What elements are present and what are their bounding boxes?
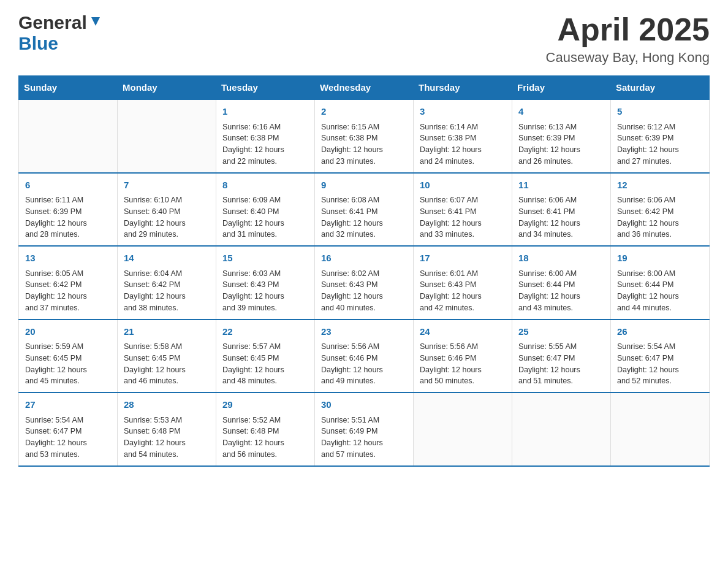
day-info: Sunrise: 6:02 AM Sunset: 6:43 PM Dayligh…: [321, 268, 407, 314]
calendar-cell: 4Sunrise: 6:13 AM Sunset: 6:39 PM Daylig…: [512, 99, 611, 173]
calendar-week-row-2: 6Sunrise: 6:11 AM Sunset: 6:39 PM Daylig…: [19, 173, 710, 247]
calendar-cell: 17Sunrise: 6:01 AM Sunset: 6:43 PM Dayli…: [414, 246, 512, 320]
day-info: Sunrise: 5:57 AM Sunset: 6:45 PM Dayligh…: [222, 341, 308, 387]
header-tuesday: Tuesday: [216, 76, 315, 100]
day-number: 23: [321, 325, 407, 339]
day-number: 4: [518, 105, 604, 119]
calendar-week-row-1: 1Sunrise: 6:16 AM Sunset: 6:38 PM Daylig…: [19, 99, 710, 173]
header-wednesday: Wednesday: [315, 76, 414, 100]
calendar-week-row-3: 13Sunrise: 6:05 AM Sunset: 6:42 PM Dayli…: [19, 246, 710, 320]
day-info: Sunrise: 6:06 AM Sunset: 6:42 PM Dayligh…: [617, 194, 703, 240]
header-friday: Friday: [512, 76, 611, 100]
day-info: Sunrise: 6:00 AM Sunset: 6:44 PM Dayligh…: [518, 268, 604, 314]
calendar-cell: 6Sunrise: 6:11 AM Sunset: 6:39 PM Daylig…: [19, 173, 118, 247]
calendar-cell: [19, 99, 118, 173]
calendar-cell: [611, 393, 710, 466]
day-info: Sunrise: 6:03 AM Sunset: 6:43 PM Dayligh…: [222, 268, 308, 314]
calendar-week-row-4: 20Sunrise: 5:59 AM Sunset: 6:45 PM Dayli…: [19, 320, 710, 393]
day-number: 25: [518, 325, 604, 339]
day-info: Sunrise: 6:01 AM Sunset: 6:43 PM Dayligh…: [420, 268, 506, 314]
day-info: Sunrise: 5:53 AM Sunset: 6:48 PM Dayligh…: [124, 415, 210, 461]
day-info: Sunrise: 5:51 AM Sunset: 6:49 PM Dayligh…: [321, 415, 407, 461]
day-info: Sunrise: 6:09 AM Sunset: 6:40 PM Dayligh…: [222, 194, 308, 240]
calendar-cell: 24Sunrise: 5:56 AM Sunset: 6:46 PM Dayli…: [414, 320, 512, 393]
day-info: Sunrise: 5:54 AM Sunset: 6:47 PM Dayligh…: [617, 341, 703, 387]
day-number: 30: [321, 398, 407, 412]
calendar-cell: 27Sunrise: 5:54 AM Sunset: 6:47 PM Dayli…: [19, 393, 118, 466]
day-info: Sunrise: 6:13 AM Sunset: 6:39 PM Dayligh…: [518, 121, 604, 167]
calendar-cell: 5Sunrise: 6:12 AM Sunset: 6:39 PM Daylig…: [611, 99, 710, 173]
calendar-cell: [414, 393, 512, 466]
day-number: 14: [124, 251, 210, 266]
title-section: April 2025 Causeway Bay, Hong Kong: [546, 12, 710, 66]
day-info: Sunrise: 5:55 AM Sunset: 6:47 PM Dayligh…: [518, 341, 604, 387]
header-sunday: Sunday: [19, 76, 118, 100]
day-number: 10: [420, 178, 506, 193]
day-info: Sunrise: 6:15 AM Sunset: 6:38 PM Dayligh…: [321, 121, 407, 167]
day-number: 9: [321, 178, 407, 193]
calendar-cell: [118, 99, 216, 173]
day-number: 17: [420, 251, 506, 266]
day-info: Sunrise: 6:06 AM Sunset: 6:41 PM Dayligh…: [518, 194, 604, 240]
day-number: 18: [518, 251, 604, 266]
calendar-cell: 3Sunrise: 6:14 AM Sunset: 6:38 PM Daylig…: [414, 99, 512, 173]
logo-triangle-icon: [89, 15, 102, 31]
day-number: 28: [124, 398, 210, 412]
calendar-table: Sunday Monday Tuesday Wednesday Thursday…: [18, 75, 710, 467]
day-number: 1: [222, 105, 308, 119]
day-number: 6: [25, 178, 111, 193]
svg-marker-0: [91, 17, 100, 26]
calendar-cell: 2Sunrise: 6:15 AM Sunset: 6:38 PM Daylig…: [315, 99, 414, 173]
calendar-cell: 10Sunrise: 6:07 AM Sunset: 6:41 PM Dayli…: [414, 173, 512, 247]
header-thursday: Thursday: [414, 76, 512, 100]
day-number: 22: [222, 325, 308, 339]
day-number: 5: [617, 105, 703, 119]
calendar-cell: 21Sunrise: 5:58 AM Sunset: 6:45 PM Dayli…: [118, 320, 216, 393]
day-info: Sunrise: 5:56 AM Sunset: 6:46 PM Dayligh…: [420, 341, 506, 387]
calendar-cell: 25Sunrise: 5:55 AM Sunset: 6:47 PM Dayli…: [512, 320, 611, 393]
day-number: 15: [222, 251, 308, 266]
logo-blue-text: Blue: [18, 33, 58, 54]
day-number: 3: [420, 105, 506, 119]
day-info: Sunrise: 6:14 AM Sunset: 6:38 PM Dayligh…: [420, 121, 506, 167]
calendar-cell: 13Sunrise: 6:05 AM Sunset: 6:42 PM Dayli…: [19, 246, 118, 320]
calendar-cell: 20Sunrise: 5:59 AM Sunset: 6:45 PM Dayli…: [19, 320, 118, 393]
day-number: 7: [124, 178, 210, 193]
day-number: 2: [321, 105, 407, 119]
calendar-cell: 18Sunrise: 6:00 AM Sunset: 6:44 PM Dayli…: [512, 246, 611, 320]
day-number: 29: [222, 398, 308, 412]
day-info: Sunrise: 5:59 AM Sunset: 6:45 PM Dayligh…: [25, 341, 111, 387]
day-number: 16: [321, 251, 407, 266]
calendar-cell: 23Sunrise: 5:56 AM Sunset: 6:46 PM Dayli…: [315, 320, 414, 393]
day-number: 12: [617, 178, 703, 193]
day-number: 21: [124, 325, 210, 339]
calendar-cell: 1Sunrise: 6:16 AM Sunset: 6:38 PM Daylig…: [216, 99, 315, 173]
calendar-cell: 16Sunrise: 6:02 AM Sunset: 6:43 PM Dayli…: [315, 246, 414, 320]
day-number: 19: [617, 251, 703, 266]
day-info: Sunrise: 5:54 AM Sunset: 6:47 PM Dayligh…: [25, 415, 111, 461]
day-number: 11: [518, 178, 604, 193]
day-info: Sunrise: 6:04 AM Sunset: 6:42 PM Dayligh…: [124, 268, 210, 314]
day-info: Sunrise: 5:56 AM Sunset: 6:46 PM Dayligh…: [321, 341, 407, 387]
day-info: Sunrise: 6:11 AM Sunset: 6:39 PM Dayligh…: [25, 194, 111, 240]
header-monday: Monday: [118, 76, 216, 100]
calendar-cell: 9Sunrise: 6:08 AM Sunset: 6:41 PM Daylig…: [315, 173, 414, 247]
day-info: Sunrise: 6:07 AM Sunset: 6:41 PM Dayligh…: [420, 194, 506, 240]
header-saturday: Saturday: [611, 76, 710, 100]
calendar-cell: 19Sunrise: 6:00 AM Sunset: 6:44 PM Dayli…: [611, 246, 710, 320]
calendar-cell: 8Sunrise: 6:09 AM Sunset: 6:40 PM Daylig…: [216, 173, 315, 247]
calendar-cell: [512, 393, 611, 466]
calendar-cell: 14Sunrise: 6:04 AM Sunset: 6:42 PM Dayli…: [118, 246, 216, 320]
day-info: Sunrise: 6:05 AM Sunset: 6:42 PM Dayligh…: [25, 268, 111, 314]
calendar-cell: 11Sunrise: 6:06 AM Sunset: 6:41 PM Dayli…: [512, 173, 611, 247]
day-number: 27: [25, 398, 111, 412]
day-number: 8: [222, 178, 308, 193]
month-title: April 2025: [546, 12, 710, 47]
calendar-week-row-5: 27Sunrise: 5:54 AM Sunset: 6:47 PM Dayli…: [19, 393, 710, 466]
calendar-cell: 15Sunrise: 6:03 AM Sunset: 6:43 PM Dayli…: [216, 246, 315, 320]
day-info: Sunrise: 6:08 AM Sunset: 6:41 PM Dayligh…: [321, 194, 407, 240]
page-header: General Blue April 2025 Causeway Bay, Ho…: [18, 12, 710, 66]
location-title: Causeway Bay, Hong Kong: [546, 50, 710, 66]
day-info: Sunrise: 6:10 AM Sunset: 6:40 PM Dayligh…: [124, 194, 210, 240]
calendar-cell: 7Sunrise: 6:10 AM Sunset: 6:40 PM Daylig…: [118, 173, 216, 247]
